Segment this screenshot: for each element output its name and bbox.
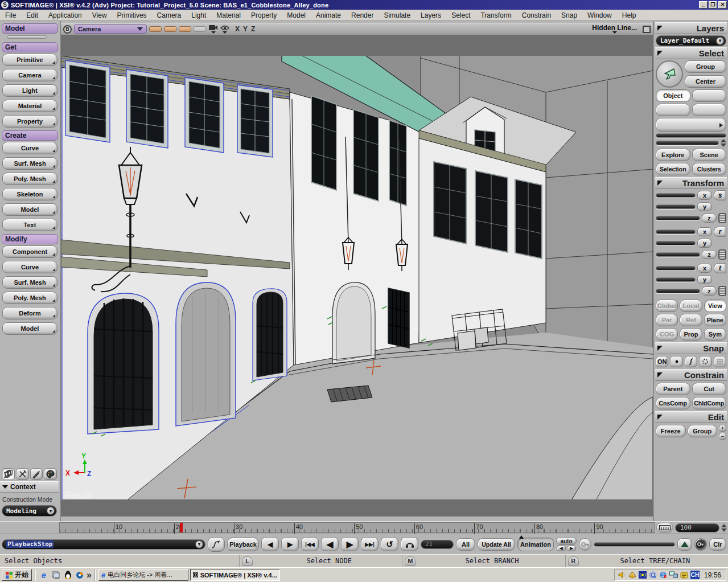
scale-z-button[interactable]: z (702, 214, 717, 223)
translate-mode-button[interactable]: t (714, 263, 726, 273)
memo-cam-button-1[interactable] (149, 26, 162, 32)
select-empty-button[interactable] (692, 89, 727, 102)
create-poly-mesh-button[interactable]: Poly. Mesh (2, 173, 57, 185)
constrain-cut-button[interactable]: Cut (692, 383, 727, 395)
rotate-mode-button[interactable]: r (714, 227, 726, 237)
menu-transform[interactable]: Transform (475, 11, 516, 20)
translate-y-button[interactable]: y (697, 275, 712, 284)
modify-surf-mesh-button[interactable]: Surf. Mesh (2, 276, 57, 289)
get-section-header[interactable]: Get (2, 42, 58, 52)
clear-key-button[interactable]: Clr (709, 538, 726, 551)
visibility-control[interactable] (220, 25, 229, 34)
menu-material[interactable]: Material (211, 11, 246, 20)
network-tray-icon[interactable] (669, 571, 678, 579)
create-surf-mesh-button[interactable]: Surf. Mesh (2, 157, 57, 170)
volume-icon[interactable] (618, 571, 626, 579)
select-empty-button[interactable] (656, 104, 690, 116)
translate-x-slider[interactable] (656, 266, 696, 270)
axis-x-toggle[interactable]: X (235, 25, 243, 33)
selection-filter-button[interactable] (656, 118, 726, 132)
viewport-b-button[interactable]: B (63, 25, 72, 34)
selection-slider[interactable] (656, 141, 719, 145)
task-xsi-button[interactable]: SOFTIMAGE® | XSI® v.4... (190, 569, 280, 581)
translate-z-slider[interactable] (656, 289, 700, 293)
snap-point-button[interactable] (670, 356, 682, 367)
edit-plus-button[interactable]: + (719, 425, 726, 432)
play-forward-button[interactable]: ▶ (341, 537, 359, 551)
menu-snap[interactable]: Snap (556, 11, 582, 20)
network-error-tray-icon[interactable] (659, 571, 667, 579)
axis-link-icon[interactable] (718, 249, 726, 260)
context-header[interactable]: Context (0, 481, 59, 493)
axis-link-icon[interactable] (718, 286, 726, 296)
edit-group-button[interactable]: Group (688, 425, 718, 437)
minimize-button[interactable]: _ (699, 1, 708, 9)
playback-mode-select[interactable]: PlaybackStop ▼ (2, 539, 205, 550)
playback-panel-button[interactable]: Playback (227, 538, 259, 551)
memo-cam-button-2[interactable] (164, 26, 176, 32)
modify-poly-mesh-button[interactable]: Poly. Mesh (2, 292, 57, 304)
menu-help[interactable]: Help (617, 11, 641, 20)
maximize-button[interactable]: ❐ (709, 1, 717, 9)
modify-deform-button[interactable]: Deform (2, 307, 57, 319)
loop-button[interactable]: ↺ (381, 537, 398, 551)
select-empty-button[interactable] (692, 104, 727, 116)
axis-y-toggle[interactable]: Y (243, 25, 251, 33)
task-browser-button[interactable]: e 电白同乡论坛 -> 闲着... (98, 569, 188, 581)
create-text-button[interactable]: Text (2, 219, 57, 231)
menu-edit[interactable]: Edit (21, 11, 43, 20)
audio-button[interactable] (401, 537, 418, 551)
scale-z-slider[interactable] (656, 216, 700, 220)
ime-tray-icon[interactable] (680, 571, 688, 579)
select-object-button[interactable]: Object (656, 89, 690, 102)
get-camera-button[interactable]: Camera (2, 69, 57, 81)
current-frame-field[interactable]: 21 (421, 540, 454, 549)
modify-section-header[interactable]: Modify (2, 234, 58, 244)
constrain-chldcomp-button[interactable]: ChldComp (692, 397, 727, 409)
get-property-button[interactable]: Property (2, 115, 57, 128)
all-button[interactable]: All (456, 538, 475, 551)
select-center-button[interactable]: Center (685, 75, 726, 88)
modify-component-button[interactable]: Component (2, 245, 57, 258)
local-mode-button[interactable]: Local (680, 300, 702, 312)
select-section-header[interactable]: Select (655, 47, 727, 59)
panel-grip[interactable] (7, 35, 47, 39)
frame-back-button[interactable]: ◀ (261, 537, 279, 551)
timeline-spinners[interactable] (721, 524, 727, 532)
menu-constrain[interactable]: Constrain (517, 11, 556, 20)
axis-z-toggle[interactable]: Z (251, 25, 258, 33)
menu-simulate[interactable]: Simulate (379, 11, 416, 20)
global-mode-button[interactable]: Global (656, 300, 678, 312)
modify-curve-button[interactable]: Curve (2, 261, 57, 273)
next-key-button[interactable]: ▶ (567, 546, 576, 551)
display-tray-icon[interactable] (628, 571, 636, 579)
rotate-y-slider[interactable] (656, 241, 696, 245)
scale-x-button[interactable]: x (697, 191, 712, 200)
axis-link-icon[interactable] (718, 213, 726, 223)
quicklaunch-overflow[interactable]: » (87, 570, 92, 580)
menu-camera[interactable]: Camera (152, 11, 187, 20)
menu-light[interactable]: Light (186, 11, 211, 20)
construction-mode-select[interactable]: Modeling ▼ (2, 505, 57, 517)
go-to-end-button[interactable]: ▶▶| (361, 537, 379, 551)
menu-view[interactable]: View (87, 11, 112, 20)
par-mode-button[interactable]: Par (656, 314, 678, 326)
menu-window[interactable]: Window (582, 11, 617, 20)
play-backward-button[interactable]: ◀ (321, 537, 339, 551)
menu-animate[interactable]: Animate (311, 11, 346, 20)
memo-cam-button-3[interactable] (179, 26, 191, 32)
get-primitive-button[interactable]: Primitive (2, 54, 57, 66)
timeline-end-field[interactable]: 100 (675, 523, 719, 532)
snap-curve-button[interactable] (685, 356, 697, 367)
constrain-section-header[interactable]: Constrain (655, 369, 727, 381)
scale-y-button[interactable]: y (697, 202, 712, 211)
layers-section-header[interactable]: Layers (655, 22, 727, 34)
cut-tool-button[interactable] (16, 468, 29, 480)
create-curve-button[interactable]: Curve (2, 142, 57, 154)
menu-layers[interactable]: Layers (416, 11, 446, 20)
menu-render[interactable]: Render (346, 11, 379, 20)
plane-mode-button[interactable]: Plane (704, 314, 726, 326)
cog-button[interactable]: COG (656, 328, 678, 341)
translate-y-slider[interactable] (656, 277, 696, 282)
scale-y-slider[interactable] (656, 204, 696, 209)
